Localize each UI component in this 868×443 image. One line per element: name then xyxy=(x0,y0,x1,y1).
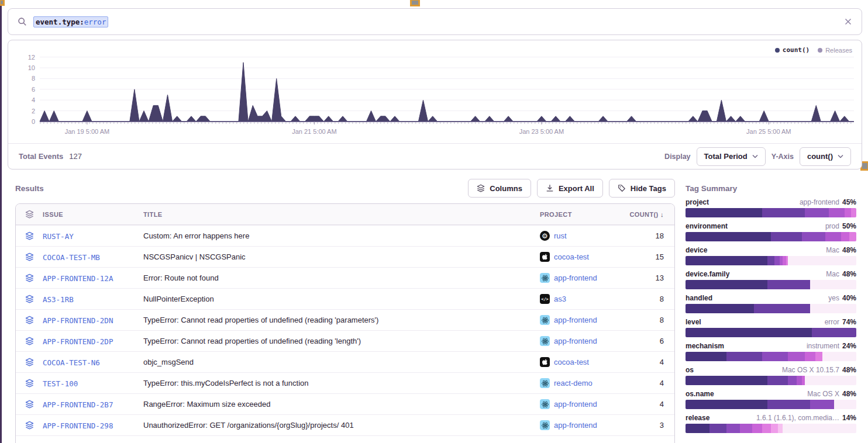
tag-distribution-bar[interactable] xyxy=(686,256,856,265)
columns-button[interactable]: Columns xyxy=(468,179,531,198)
table-row[interactable]: APP-FRONTEND-2B7 RangeError: Maximum siz… xyxy=(16,393,674,414)
table-row[interactable]: COCOA-TEST-N6 objc_msgSend cocoa-test 4 xyxy=(16,351,674,372)
issue-short-id-link[interactable]: AS3-1RB xyxy=(43,295,74,304)
tag-bar-segment xyxy=(686,400,767,409)
table-row[interactable]: TEST-100 TypeError: this.myCodeIsPerfect… xyxy=(16,372,674,393)
project-link[interactable]: app-frontend xyxy=(554,421,597,430)
legend-item-releases[interactable]: Releases xyxy=(818,47,852,54)
project-link[interactable]: app-frontend xyxy=(554,274,597,282)
event-count: 18 xyxy=(621,231,674,240)
tag-bar-segment xyxy=(754,304,810,313)
tag-distribution-bar[interactable] xyxy=(686,280,856,289)
tag-distribution-bar[interactable] xyxy=(686,376,856,385)
tag-summary-entry[interactable]: mechanism instrument 24% xyxy=(686,342,856,361)
tag-top-value: Mac xyxy=(826,246,839,254)
tag-bar-segment xyxy=(686,280,767,289)
project-link[interactable]: app-frontend xyxy=(554,400,597,409)
tag-bar-segment xyxy=(762,352,788,361)
hide-tags-button[interactable]: Hide Tags xyxy=(609,179,675,198)
y-axis-dropdown[interactable]: count() xyxy=(800,147,851,166)
tag-bar-remainder xyxy=(788,256,856,265)
tag-distribution-bar[interactable] xyxy=(686,208,856,217)
issue-short-id-link[interactable]: RUST-AY xyxy=(43,232,74,241)
export-all-button[interactable]: Export All xyxy=(537,179,603,198)
project-link[interactable]: cocoa-test xyxy=(554,358,589,366)
issue-stack-icon xyxy=(16,274,43,282)
project-link[interactable]: app-frontend xyxy=(554,316,597,324)
project-link[interactable]: react-demo xyxy=(554,379,593,387)
tag-summary-entry[interactable]: level error 74% xyxy=(686,318,856,337)
column-header-title[interactable]: TITLE xyxy=(143,211,540,218)
events-area-chart[interactable]: 024681012Jan 19 5:00 AMJan 21 5:00 AMJan… xyxy=(11,43,860,143)
project-link[interactable]: cocoa-test xyxy=(554,252,589,261)
columns-stack-icon xyxy=(477,184,485,192)
event-count: 4 xyxy=(621,400,674,409)
display-dropdown[interactable]: Total Period xyxy=(697,147,766,166)
display-dropdown-value: Total Period xyxy=(704,152,748,161)
event-count: 4 xyxy=(621,379,674,387)
export-all-button-label: Export All xyxy=(559,184,594,193)
table-row[interactable]: RUST-AY Custom: An error happens here ⚙ … xyxy=(16,225,674,246)
issue-short-id-link[interactable]: TEST-100 xyxy=(43,379,78,388)
results-title: Results xyxy=(15,184,44,193)
tag-bar-remainder xyxy=(834,400,856,409)
legend-item-count[interactable]: count() xyxy=(775,46,810,54)
table-row[interactable]: APP-FRONTEND-12A Error: Route not found … xyxy=(16,267,674,288)
tag-distribution-bar[interactable] xyxy=(686,400,856,409)
tag-bar-remainder xyxy=(810,280,856,289)
column-header-count[interactable]: COUNT() ↓ xyxy=(621,211,674,218)
tag-summary-entry[interactable]: project app-frontend 45% xyxy=(686,198,856,217)
tag-distribution-bar[interactable] xyxy=(686,232,856,241)
search-bar[interactable]: event.type:error xyxy=(8,8,862,35)
table-row[interactable]: APP-FRONTEND-298 UnauthorizedError: GET … xyxy=(16,414,674,435)
tag-summary-entry[interactable]: os Mac OS X 10.15.7 48% xyxy=(686,366,856,385)
issue-short-id-link[interactable]: APP-FRONTEND-298 xyxy=(43,421,113,430)
tag-bar-segment xyxy=(709,424,726,433)
tag-summary-entry[interactable]: handled yes 40% xyxy=(686,294,856,313)
table-row[interactable]: AS3-1RB NullPointerException </> as3 8 xyxy=(16,288,674,309)
issue-short-id-link[interactable]: COCOA-TEST-N6 xyxy=(43,358,100,367)
tag-summary-entry[interactable]: os.name Mac OS X 48% xyxy=(686,390,856,409)
rust-platform-icon: ⚙ xyxy=(540,231,550,241)
tag-distribution-bar[interactable] xyxy=(686,424,856,433)
close-icon[interactable] xyxy=(844,18,852,26)
table-row-partial xyxy=(16,435,674,443)
column-header-issue[interactable]: ISSUE xyxy=(43,211,143,218)
issue-short-id-link[interactable]: COCOA-TEST-MB xyxy=(43,253,100,262)
svg-text:10: 10 xyxy=(28,64,35,71)
issue-title: Error: Route not found xyxy=(143,274,540,282)
tag-distribution-bar[interactable] xyxy=(686,352,856,361)
project-link[interactable]: as3 xyxy=(554,295,566,303)
chevron-down-icon xyxy=(752,154,758,158)
tag-distribution-bar[interactable] xyxy=(686,328,856,337)
tag-top-percent: 48% xyxy=(842,270,856,278)
tag-bar-segment xyxy=(726,424,740,433)
table-row[interactable]: APP-FRONTEND-2DN TypeError: Cannot read … xyxy=(16,309,674,330)
project-link[interactable]: rust xyxy=(554,231,567,240)
search-query-token[interactable]: event.type:error xyxy=(33,16,108,27)
tag-bar-segment xyxy=(686,328,812,337)
tag-summary-entry[interactable]: environment prod 50% xyxy=(686,222,856,241)
table-row[interactable]: APP-FRONTEND-2DP TypeError: Cannot read … xyxy=(16,330,674,351)
tag-bar-remainder xyxy=(810,304,856,313)
tag-bar-remainder xyxy=(783,424,856,433)
tag-bar-segment xyxy=(686,424,709,433)
tag-bar-segment xyxy=(762,208,805,217)
issue-short-id-link[interactable]: APP-FRONTEND-2DP xyxy=(43,337,113,346)
project-link[interactable]: app-frontend xyxy=(554,337,597,345)
table-row[interactable]: COCOA-TEST-MB NSCGSPanicv | NSCGSPanic c… xyxy=(16,246,674,267)
tag-top-value: Mac OS X xyxy=(807,390,839,398)
issue-title: objc_msgSend xyxy=(143,358,540,366)
issue-short-id-link[interactable]: APP-FRONTEND-12A xyxy=(43,274,113,283)
issue-short-id-link[interactable]: APP-FRONTEND-2B7 xyxy=(43,400,113,409)
column-header-project[interactable]: PROJECT xyxy=(540,211,621,218)
issue-stack-icon xyxy=(16,358,43,366)
svg-text:Jan 23 5:00 AM: Jan 23 5:00 AM xyxy=(519,128,564,135)
tag-name: os.name xyxy=(686,390,714,398)
tag-summary-entry[interactable]: release 1.6.1 (1.6.1), com.media… 14% xyxy=(686,414,856,433)
issue-short-id-link[interactable]: APP-FRONTEND-2DN xyxy=(43,316,113,325)
tag-name: level xyxy=(686,318,701,326)
tag-distribution-bar[interactable] xyxy=(686,304,856,313)
tag-summary-entry[interactable]: device Mac 48% xyxy=(686,246,856,265)
tag-summary-entry[interactable]: device.family Mac 48% xyxy=(686,270,856,289)
